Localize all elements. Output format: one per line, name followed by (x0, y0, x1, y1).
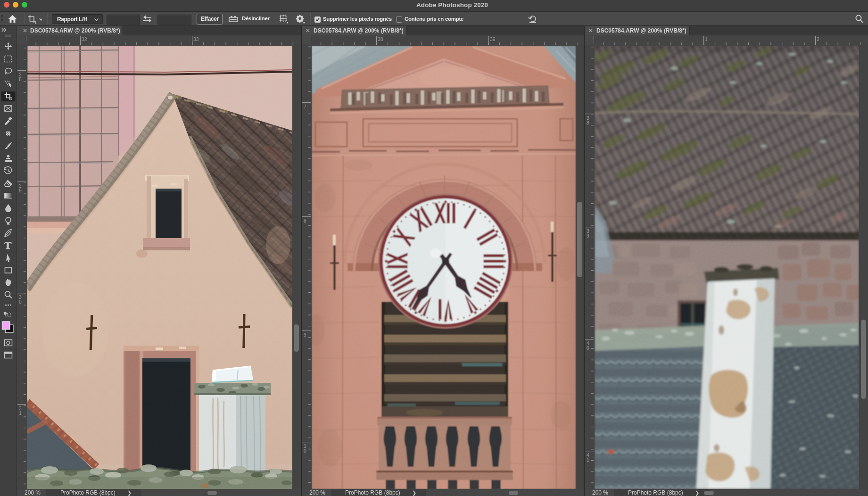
svg-text:7: 7 (304, 104, 306, 109)
svg-text:9: 9 (19, 188, 22, 193)
svg-text:1: 1 (705, 36, 708, 42)
svg-text:0: 0 (587, 345, 589, 351)
svg-text:8: 8 (304, 218, 306, 223)
svg-text:33: 33 (193, 36, 199, 42)
svg-text:39: 39 (490, 36, 496, 42)
svg-text:2: 2 (817, 36, 819, 42)
svg-text:9: 9 (587, 233, 589, 239)
svg-text:1: 1 (587, 457, 589, 463)
svg-text:0: 0 (304, 448, 306, 454)
svg-text:8: 8 (19, 76, 22, 82)
svg-text:1: 1 (19, 410, 22, 416)
svg-text:0: 0 (19, 299, 22, 305)
svg-text:32: 32 (82, 36, 87, 42)
svg-text:38: 38 (378, 36, 383, 42)
svg-text:8: 8 (587, 120, 589, 125)
svg-text:9: 9 (304, 332, 306, 338)
